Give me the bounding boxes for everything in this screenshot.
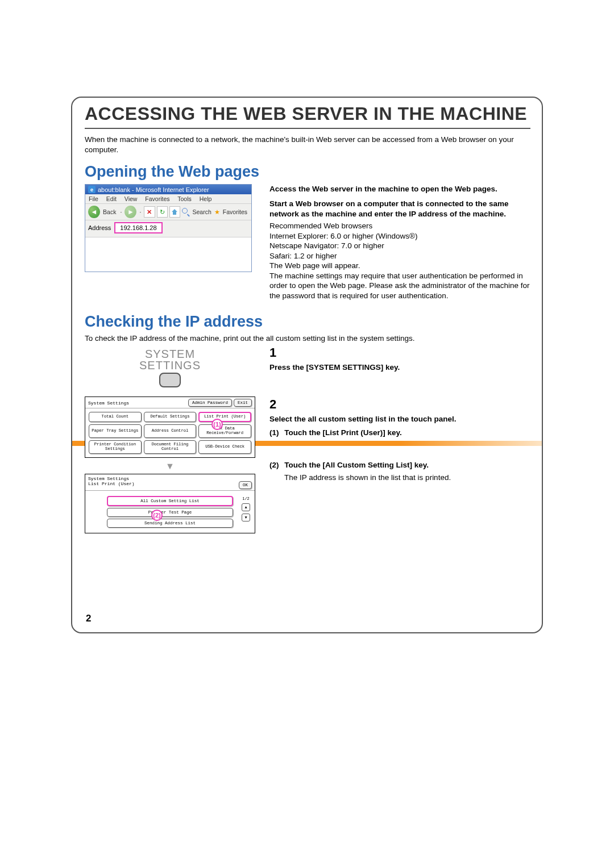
substep2-note: The IP address is shown in the list that…	[284, 473, 530, 483]
syskey-illustration: SYSTEM SETTINGS	[85, 345, 255, 387]
all-custom-setting-list-button[interactable]: All Custom Setting List	[107, 496, 233, 506]
list-print-user-button[interactable]: List Print (User)	[198, 412, 251, 422]
page-indicator: 1/2	[242, 496, 250, 501]
browser-line-2: Netscape Navigator: 7.0 or higher	[269, 241, 530, 251]
scroll-controls: 1/2 ▲ ▼	[242, 496, 250, 521]
sep2: ·	[138, 208, 142, 215]
usb-device-check-button[interactable]: USB-Device Check	[198, 440, 251, 454]
section1-row: e about:blank - Microsoft Internet Explo…	[85, 184, 530, 301]
outer-frame: ACCESSING THE WEB SERVER IN THE MACHINE …	[71, 97, 543, 633]
callout-2: (2)	[151, 510, 163, 521]
default-settings-button[interactable]: Default Settings	[144, 412, 197, 422]
page-number: 2	[86, 613, 91, 624]
total-count-button[interactable]: Total Count	[89, 412, 142, 422]
scroll-up-button[interactable]: ▲	[242, 503, 250, 511]
substep2-num: (2)	[269, 461, 279, 469]
ie-toolbar: ◄ Back · ► · ✕ ↻ Search ★	[85, 204, 251, 220]
back-label: Back	[102, 208, 117, 215]
forward-icon[interactable]: ►	[125, 206, 136, 218]
fax-data-button[interactable]: Fax Data Receive/Forward	[198, 424, 251, 438]
ie-window: e about:blank - Microsoft Internet Explo…	[85, 184, 252, 272]
ie-title-text: about:blank - Microsoft Internet Explore…	[98, 186, 209, 193]
address-control-button[interactable]: Address Control	[144, 424, 197, 438]
panel1-title: System Settings	[88, 400, 186, 406]
menu-view[interactable]: View	[125, 195, 138, 202]
title-underline	[85, 128, 530, 129]
ie-titlebar: e about:blank - Microsoft Internet Explo…	[85, 185, 251, 194]
step1-row: SYSTEM SETTINGS 1 Press the [SYSTEM SETT…	[85, 345, 530, 387]
address-label: Address	[88, 224, 111, 231]
exit-button[interactable]: Exit	[234, 399, 252, 407]
menu-help[interactable]: Help	[200, 195, 212, 202]
page: ACCESSING THE WEB SERVER IN THE MACHINE …	[0, 0, 614, 868]
substep1-text: Touch the [List Print (User)] key.	[284, 428, 402, 437]
substep1-num: (1)	[269, 428, 279, 437]
content: ACCESSING THE WEB SERVER IN THE MACHINE …	[72, 98, 542, 548]
section-heading-ip: Checking the IP address	[85, 313, 530, 331]
system-settings-key[interactable]	[159, 373, 181, 387]
home-icon[interactable]	[169, 206, 180, 218]
browser-line-4: The Web page will appear.	[269, 261, 530, 271]
search-icon[interactable]	[182, 208, 189, 216]
scroll-down-button[interactable]: ▼	[242, 514, 250, 521]
panel-list-print: System Settings List Print (User) OK All…	[85, 474, 255, 533]
step2-text: 2 Select the all custom setting list in …	[269, 397, 530, 537]
substep2-text: Touch the [All Custom Setting List] key.	[284, 461, 429, 469]
step2-head: Select the all custom setting list in th…	[269, 414, 530, 424]
browser-line-5: The machine settings may require that us…	[269, 271, 530, 301]
printer-condition-button[interactable]: Printer Condition Settings	[89, 440, 142, 454]
sending-address-list-button[interactable]: Sending Address List	[107, 519, 233, 528]
ie-body	[85, 237, 251, 272]
sep: ·	[119, 208, 123, 215]
intro-text: When the machine is connected to a netwo…	[85, 135, 530, 155]
menu-file[interactable]: File	[89, 195, 98, 202]
favorites-icon[interactable]: ★	[214, 208, 220, 216]
menu-tools[interactable]: Tools	[177, 195, 192, 202]
section-heading-opening: Opening the Web pages	[85, 163, 530, 181]
down-arrow-icon: ▼	[85, 461, 255, 471]
ok-button[interactable]: OK	[239, 481, 252, 489]
back-icon[interactable]: ◄	[88, 206, 100, 218]
step2-number: 2	[269, 397, 530, 413]
step1-instruction: Press the [SYSTEM SETTINGS] key.	[269, 362, 530, 373]
section1-step: Start a Web browser on a computer that i…	[269, 199, 530, 219]
ie-screenshot: e about:blank - Microsoft Internet Explo…	[85, 184, 255, 301]
section1-lead: Access the Web server in the machine to …	[269, 184, 530, 194]
toolbar-search-label: Search	[192, 208, 213, 215]
syskey-label-2: SETTINGS	[139, 360, 201, 371]
menu-edit[interactable]: Edit	[106, 195, 117, 202]
step1-text: 1 Press the [SYSTEM SETTINGS] key.	[269, 345, 530, 387]
panel2-title: System Settings	[88, 476, 252, 481]
toolbar-favorites-label: Favorites	[222, 208, 248, 215]
ie-menu-bar: File Edit View Favorites Tools Help	[85, 194, 251, 204]
page-title: ACCESSING THE WEB SERVER IN THE MACHINE	[85, 103, 530, 124]
browser-line-1: Internet Explorer: 6.0 or higher (Window…	[269, 231, 530, 241]
ie-logo-icon: e	[88, 186, 96, 193]
browser-line-0: Recommended Web browsers	[269, 221, 530, 231]
browser-line-3: Safari: 1.2 or higher	[269, 251, 530, 261]
syskey-label-1: SYSTEM	[145, 348, 195, 360]
address-field[interactable]: 192.168.1.28	[114, 222, 162, 233]
touchpanel-illustrations: System Settings Admin Password Exit Tota…	[85, 397, 255, 537]
admin-password-button[interactable]: Admin Password	[188, 399, 232, 407]
panel2-subtitle: List Print (User)	[88, 481, 237, 489]
section2-intro: To check the IP address of the machine, …	[85, 334, 530, 343]
printer-test-page-button[interactable]: Printer Test Page	[107, 508, 233, 517]
step1-number: 1	[269, 345, 530, 361]
paper-tray-settings-button[interactable]: Paper Tray Settings	[89, 424, 142, 438]
document-filing-button[interactable]: Document Filing Control	[144, 440, 197, 454]
refresh-icon[interactable]: ↻	[157, 206, 168, 218]
panel-system-settings: System Settings Admin Password Exit Tota…	[85, 397, 255, 458]
section1-instructions: Access the Web server in the machine to …	[269, 184, 530, 301]
ie-address-bar: Address 192.168.1.28	[85, 220, 251, 237]
stop-icon[interactable]: ✕	[144, 206, 155, 218]
menu-favorites[interactable]: Favorites	[145, 195, 169, 202]
step2-row: System Settings Admin Password Exit Tota…	[85, 397, 530, 537]
